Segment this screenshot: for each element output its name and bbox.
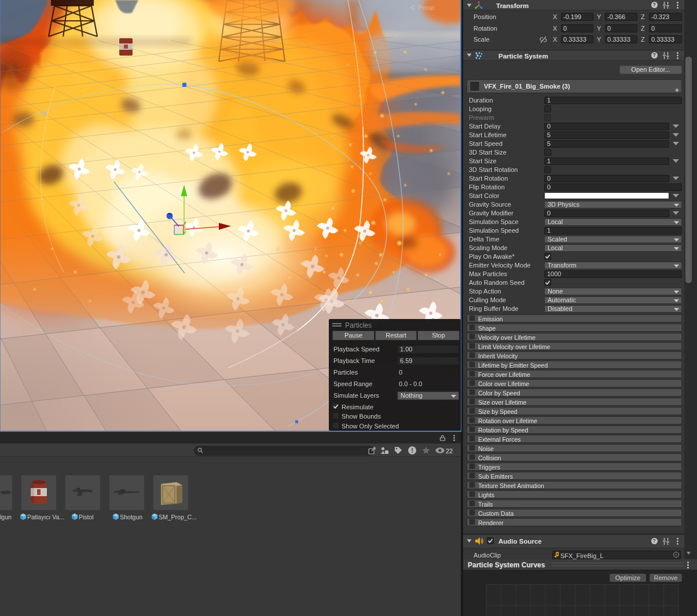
svg-text:Persp: Persp	[418, 4, 435, 11]
